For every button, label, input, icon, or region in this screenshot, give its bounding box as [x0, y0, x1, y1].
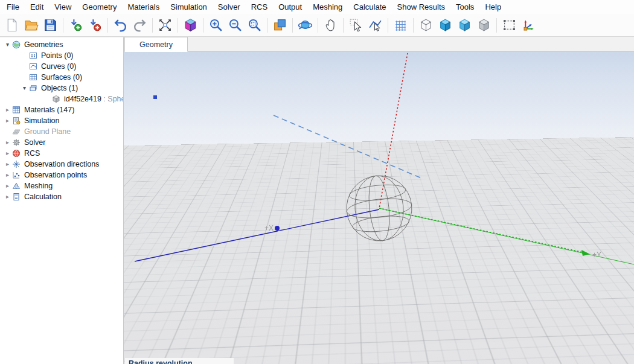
- tree-item-meshing[interactable]: Meshing: [0, 180, 123, 191]
- menu-item-view[interactable]: View: [49, 0, 77, 14]
- zoom-window-button[interactable]: [245, 16, 264, 34]
- toolbar: [0, 14, 634, 37]
- menu-item-meshing[interactable]: Meshing: [307, 0, 348, 14]
- object-type: : Sphere: [101, 95, 124, 103]
- selection-box-button[interactable]: [500, 16, 519, 34]
- toolbar-separator: [63, 18, 63, 33]
- bottom-clipped-text: Radius revolution: [129, 358, 230, 364]
- shaded-cube-icon: [438, 18, 453, 33]
- tab-geometry[interactable]: Geometry: [124, 37, 188, 52]
- select-edges-icon: [368, 18, 383, 33]
- zoom-out-button[interactable]: [226, 16, 245, 34]
- gray-cube-icon: [476, 18, 492, 33]
- menu-item-materials[interactable]: Materials: [122, 0, 165, 14]
- wireframe-view-button[interactable]: [417, 16, 435, 34]
- menu-item-show-results[interactable]: Show Results: [392, 0, 450, 14]
- new-file-button[interactable]: [2, 16, 21, 34]
- select-cursor-icon: [348, 18, 363, 33]
- zoom-window-icon: [247, 18, 262, 33]
- point-marker[interactable]: [153, 95, 157, 99]
- points-icon: [29, 51, 38, 60]
- tree-item-rcs[interactable]: RCS: [0, 148, 123, 159]
- chevron-down-icon[interactable]: [21, 83, 28, 94]
- redo-button[interactable]: [130, 16, 149, 34]
- add-red-icon: [88, 18, 103, 33]
- pan-button[interactable]: [321, 16, 340, 34]
- chevron-right-icon[interactable]: [4, 137, 11, 148]
- toolbar-separator: [388, 18, 388, 33]
- x-axis-point[interactable]: [275, 226, 280, 231]
- select-button[interactable]: [347, 16, 365, 34]
- import-add-green-button[interactable]: [66, 16, 85, 34]
- toolbar-separator: [107, 18, 108, 33]
- save-button[interactable]: [41, 16, 60, 34]
- chevron-down-icon[interactable]: [4, 39, 11, 50]
- tree-item-objects[interactable]: Objects (1): [0, 83, 123, 94]
- menubar: File Edit View Geometry Materials Simula…: [0, 0, 634, 14]
- orbit-button[interactable]: [296, 16, 315, 34]
- menu-item-solver[interactable]: Solver: [213, 0, 246, 14]
- x-axis-label: +X: [264, 224, 274, 232]
- hidden-line-view-button[interactable]: [475, 16, 493, 34]
- menu-item-file[interactable]: File: [1, 0, 25, 14]
- tree-item-observation-directions[interactable]: Observation directions: [0, 159, 123, 170]
- redo-icon: [132, 18, 147, 33]
- zoom-in-button[interactable]: [207, 16, 225, 34]
- y-axis: [379, 208, 583, 252]
- menu-item-tools[interactable]: Tools: [450, 0, 479, 14]
- x-axis: [135, 209, 379, 261]
- axes-triad-button[interactable]: [519, 16, 538, 34]
- calculation-icon: [12, 193, 21, 201]
- meshing-icon: [12, 182, 21, 190]
- grid-button[interactable]: [391, 16, 410, 34]
- menu-item-help[interactable]: Help: [479, 0, 507, 14]
- viewport-3d[interactable]: +Y +X Radius revolution: [124, 52, 634, 364]
- tree-item-points[interactable]: Points (0): [0, 50, 123, 61]
- tree-item-curves[interactable]: Curves (0): [0, 61, 123, 72]
- toolbar-separator: [178, 18, 178, 33]
- select-edges-button[interactable]: [366, 16, 385, 34]
- shaded-view-button[interactable]: [436, 16, 455, 34]
- chevron-right-icon[interactable]: [4, 159, 11, 170]
- menu-item-edit[interactable]: Edit: [25, 0, 49, 14]
- smooth-shaded-view-button[interactable]: [455, 16, 474, 34]
- tree-item-observation-points[interactable]: Observation points: [0, 170, 123, 180]
- cube-object-icon: [52, 95, 61, 103]
- chevron-right-icon[interactable]: [4, 191, 11, 202]
- chevron-right-icon[interactable]: [4, 104, 11, 115]
- layers-button[interactable]: [271, 16, 289, 34]
- tree-item-materials[interactable]: Materials (147): [0, 104, 123, 115]
- tree-item-solver[interactable]: Solver: [0, 137, 123, 148]
- view-cube-colored-button[interactable]: [181, 16, 200, 34]
- geometries-icon: [12, 40, 21, 49]
- menu-item-calculate[interactable]: Calculate: [348, 0, 391, 14]
- tree-item-calculation[interactable]: Calculation: [0, 191, 123, 202]
- smooth-shaded-cube-icon: [457, 18, 472, 33]
- menu-item-simulation[interactable]: Simulation: [165, 0, 213, 14]
- project-tree-panel: Geometries Points (0) Curves (0) Surface…: [0, 37, 124, 364]
- grid-icon: [393, 18, 408, 33]
- observation-directions-icon: [12, 160, 21, 168]
- chevron-right-icon[interactable]: [4, 180, 11, 191]
- chevron-right-icon[interactable]: [4, 170, 11, 180]
- chevron-right-icon[interactable]: [4, 115, 11, 126]
- tree-item-surfaces[interactable]: Surfaces (0): [0, 72, 123, 83]
- undo-button[interactable]: [111, 16, 130, 34]
- import-add-red-button[interactable]: [86, 16, 104, 34]
- tree-item-sphere-object[interactable]: id4f52e419 : Sphere: [0, 94, 123, 104]
- menu-item-rcs[interactable]: RCS: [246, 0, 273, 14]
- tree-item-ground-plane[interactable]: Ground Plane: [0, 126, 123, 137]
- menu-item-geometry[interactable]: Geometry: [77, 0, 122, 14]
- menu-item-output[interactable]: Output: [273, 0, 307, 14]
- zoom-in-icon: [208, 18, 223, 33]
- chevron-right-icon[interactable]: [4, 148, 11, 159]
- open-file-button[interactable]: [22, 16, 40, 34]
- rcs-icon: [12, 149, 21, 158]
- surfaces-icon: [29, 73, 38, 81]
- open-folder-icon: [24, 18, 39, 33]
- toolbar-separator: [413, 18, 414, 33]
- tree-item-simulation[interactable]: Simulation: [0, 115, 123, 126]
- y-axis-label: +Y: [592, 251, 601, 259]
- tree-item-geometries[interactable]: Geometries: [0, 39, 123, 50]
- fit-view-button[interactable]: [156, 16, 175, 34]
